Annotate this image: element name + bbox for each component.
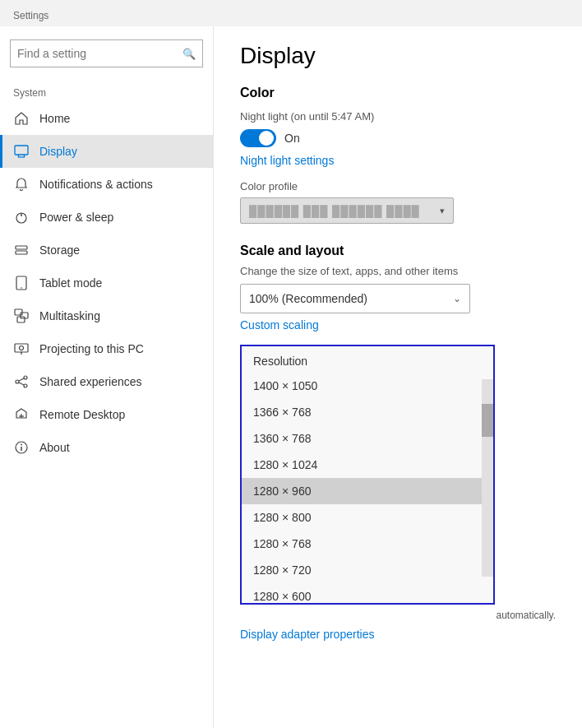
resolution-item-8[interactable]: 1280 × 600 <box>242 583 493 603</box>
search-icon: 🔍 <box>182 48 196 60</box>
resolution-item-2[interactable]: 1360 × 768 <box>242 425 493 452</box>
resolution-header: Resolution <box>242 346 493 373</box>
sidebar-item-storage[interactable]: Storage <box>0 234 213 267</box>
sidebar-item-projecting-label: Projecting to this PC <box>39 342 144 355</box>
night-light-toggle[interactable] <box>240 129 276 147</box>
svg-point-26 <box>21 444 22 446</box>
night-light-label: Night light (on until 5:47 AM) <box>240 110 556 123</box>
svg-point-9 <box>21 287 22 289</box>
sidebar-item-tablet[interactable]: Tablet mode <box>0 267 213 299</box>
scale-section: Scale and layout Change the size of text… <box>240 243 556 341</box>
scale-section-title: Scale and layout <box>240 243 556 258</box>
tablet-icon <box>13 275 30 291</box>
remote-icon <box>13 406 30 423</box>
resolution-item-1[interactable]: 1366 × 768 <box>242 399 493 425</box>
scale-value: 100% (Recommended) <box>249 292 367 305</box>
sidebar-item-remote-label: Remote Desktop <box>39 408 125 421</box>
color-section-title: Color <box>240 86 556 100</box>
resolution-dropdown[interactable]: Resolution 1400 × 1050 1366 × 768 1360 ×… <box>240 345 495 605</box>
color-profile-chevron: ▾ <box>440 206 445 216</box>
color-profile-value: ██████ ███ ██████ ████ <box>249 205 420 217</box>
resolution-item-6[interactable]: 1280 × 768 <box>242 531 493 557</box>
notifications-icon <box>13 176 30 192</box>
sidebar-item-display-label: Display <box>39 145 77 158</box>
shared-icon <box>13 373 30 390</box>
resolution-item-0[interactable]: 1400 × 1050 <box>242 373 493 399</box>
svg-point-14 <box>20 346 24 350</box>
toggle-row: On <box>240 129 556 147</box>
resolution-item-4[interactable]: 1280 × 960 <box>242 478 493 504</box>
color-profile-dropdown[interactable]: ██████ ███ ██████ ████ ▾ <box>240 197 454 224</box>
sidebar-item-shared[interactable]: Shared experiences <box>0 365 213 398</box>
page-title: Display <box>240 43 556 69</box>
svg-rect-0 <box>15 146 28 155</box>
sidebar-item-about[interactable]: About <box>0 431 213 464</box>
main-content: Display Color Night light (on until 5:47… <box>214 26 582 728</box>
projecting-icon <box>13 341 30 357</box>
svg-rect-6 <box>16 246 27 249</box>
svg-point-17 <box>24 376 27 379</box>
scale-desc: Change the size of text, apps, and other… <box>240 265 556 277</box>
svg-line-20 <box>19 378 24 381</box>
svg-line-21 <box>19 383 24 385</box>
resolution-scroll-thumb[interactable] <box>482 404 493 437</box>
sidebar-item-storage-label: Storage <box>39 243 80 257</box>
sidebar-item-home-label: Home <box>39 112 70 125</box>
about-icon <box>13 439 30 456</box>
search-input[interactable] <box>17 47 182 60</box>
svg-point-18 <box>16 380 19 383</box>
sidebar-item-tablet-label: Tablet mode <box>39 276 102 290</box>
sidebar-item-about-label: About <box>39 441 70 454</box>
display-adapter-link[interactable]: Display adapter properties <box>240 628 556 641</box>
search-box-wrap: 🔍 <box>0 33 213 81</box>
sidebar-item-multitasking-label: Multitasking <box>39 309 100 322</box>
sidebar-item-home[interactable]: Home <box>0 102 213 135</box>
scale-dropdown[interactable]: 100% (Recommended) ⌄ <box>240 284 470 313</box>
color-profile-label: Color profile <box>240 180 556 192</box>
title-bar: Settings <box>0 0 582 26</box>
toggle-state-label: On <box>284 132 300 145</box>
scale-chevron-icon: ⌄ <box>453 293 461 304</box>
sidebar-section-label: System <box>0 81 213 102</box>
sidebar-item-shared-label: Shared experiences <box>39 375 142 388</box>
sidebar-item-notifications[interactable]: Notifications & actions <box>0 168 213 201</box>
storage-icon <box>13 242 30 258</box>
home-icon <box>13 110 30 127</box>
sidebar-item-projecting[interactable]: Projecting to this PC <box>0 332 213 365</box>
resolution-scrollbar[interactable] <box>482 379 493 577</box>
svg-point-19 <box>24 384 27 387</box>
sidebar-item-multitasking[interactable]: Multitasking <box>0 299 213 332</box>
sidebar-item-notifications-label: Notifications & actions <box>39 178 153 191</box>
night-light-settings-link[interactable]: Night light settings <box>240 154 334 167</box>
sidebar-item-power[interactable]: Power & sleep <box>0 201 213 234</box>
color-section: Color Night light (on until 5:47 AM) On … <box>240 86 556 224</box>
resolution-item-3[interactable]: 1280 × 1024 <box>242 452 493 478</box>
display-icon <box>13 143 30 160</box>
power-icon <box>13 209 30 225</box>
svg-rect-13 <box>15 344 28 352</box>
search-box-container[interactable]: 🔍 <box>10 39 203 67</box>
sidebar-item-display[interactable]: Display <box>0 135 213 168</box>
auto-text: automatically. <box>240 610 556 621</box>
sidebar-item-remote[interactable]: Remote Desktop <box>0 398 213 431</box>
resolution-item-5[interactable]: 1280 × 800 <box>242 504 493 531</box>
multitasking-icon <box>13 308 30 324</box>
resolution-list: 1400 × 1050 1366 × 768 1360 × 768 1280 ×… <box>242 373 493 603</box>
sidebar: 🔍 System Home Display <box>0 26 214 728</box>
resolution-item-7[interactable]: 1280 × 720 <box>242 557 493 583</box>
svg-rect-7 <box>16 251 27 254</box>
custom-scaling-link[interactable]: Custom scaling <box>240 318 319 332</box>
sidebar-item-power-label: Power & sleep <box>39 211 113 224</box>
app-title: Settings <box>13 10 48 21</box>
